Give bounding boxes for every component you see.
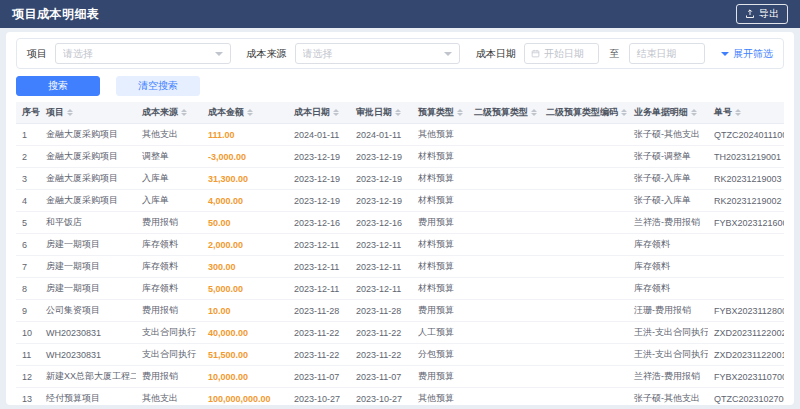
page-title: 项目成本明细表: [12, 6, 100, 23]
date-range-separator: 至: [609, 47, 619, 61]
sort-icon[interactable]: [333, 109, 339, 116]
column-header[interactable]: 项目: [40, 102, 136, 124]
table-cell: FYBX20231128001: [708, 300, 784, 322]
sort-icon[interactable]: [691, 109, 697, 116]
table-cell: [468, 344, 540, 366]
table-cell: [468, 234, 540, 256]
table-cell: [540, 344, 628, 366]
end-date-input[interactable]: 结束日期: [629, 43, 705, 64]
table-row[interactable]: 10WH20230831支出合同执行40,000.002023-11-22202…: [16, 322, 784, 344]
table-cell: 金融大厦采购项目: [40, 146, 136, 168]
column-header[interactable]: 成本日期: [288, 102, 350, 124]
date-filter-group: 成本日期 开始日期 至 结束日期: [476, 43, 705, 64]
table-row[interactable]: 9公司集资项目费用报销10.002023-11-282023-11-28费用预算…: [16, 300, 784, 322]
project-select[interactable]: 请选择: [55, 43, 231, 64]
sort-icon[interactable]: [531, 109, 537, 116]
column-header[interactable]: 单号: [708, 102, 784, 124]
sort-icon[interactable]: [395, 109, 401, 116]
main-content: 项目 请选择 成本来源 请选择 成本日期 开始日期 至 结束日期: [6, 32, 794, 405]
column-header[interactable]: 二级预算类型: [468, 102, 540, 124]
end-date-placeholder: 结束日期: [636, 47, 676, 61]
table-cell: 8: [16, 278, 40, 300]
column-header[interactable]: 成本来源: [136, 102, 202, 124]
source-filter-group: 成本来源 请选择: [247, 43, 460, 64]
table-cell: 31,300.00: [202, 168, 288, 190]
table-cell: 2023-12-19: [350, 168, 412, 190]
column-header[interactable]: 预算类型: [412, 102, 468, 124]
table-cell: 12: [16, 366, 40, 388]
table-cell: 2024-01-11: [288, 124, 350, 146]
table-cell: 张子硕-入库单: [628, 168, 708, 190]
table-row[interactable]: 5和平饭店费用报销50.002023-12-162023-12-16费用预算兰祥…: [16, 212, 784, 234]
table-cell: [708, 234, 784, 256]
table-cell: [540, 300, 628, 322]
cost-table: 序号项目成本来源成本金额成本日期审批日期预算类型二级预算类型二级预算类型编码业务…: [16, 102, 784, 405]
table-cell: 王洪-支出合同执行: [628, 344, 708, 366]
column-header-label: 项目: [46, 107, 64, 117]
clear-search-button[interactable]: 清空搜索: [116, 76, 200, 96]
sort-icon[interactable]: [247, 109, 253, 116]
column-header[interactable]: 审批日期: [350, 102, 412, 124]
table-cell: QTZC20240111001: [708, 124, 784, 146]
table-cell: 金融大厦采购项目: [40, 124, 136, 146]
table-cell: 库存领料: [628, 278, 708, 300]
table-cell: 汪珊-费用报销: [628, 300, 708, 322]
table-row[interactable]: 1金融大厦采购项目其他支出111.002024-01-112024-01-11其…: [16, 124, 784, 146]
column-header-label: 二级预算类型编码: [546, 107, 618, 117]
column-header-label: 成本金额: [208, 107, 244, 117]
column-header-label: 成本日期: [294, 107, 330, 117]
sort-icon[interactable]: [181, 109, 187, 116]
table-row[interactable]: 4金融大厦采购项目入库单4,000.002023-12-192023-12-19…: [16, 190, 784, 212]
column-header[interactable]: 成本金额: [202, 102, 288, 124]
chevron-down-icon: [721, 52, 729, 56]
table-cell: 入库单: [136, 190, 202, 212]
table-cell: 2023-11-22: [350, 322, 412, 344]
table-row[interactable]: 6房建一期项目库存领料2,000.002023-12-112023-12-11材…: [16, 234, 784, 256]
table-row[interactable]: 8房建一期项目库存领料5,000.002023-12-112023-12-11材…: [16, 278, 784, 300]
expand-filter-toggle[interactable]: 展开筛选: [721, 47, 773, 61]
table-cell: 材料预算: [412, 190, 468, 212]
table-cell: 材料预算: [412, 234, 468, 256]
table-cell: 2023-12-19: [288, 146, 350, 168]
table-cell: 3: [16, 168, 40, 190]
sort-icon[interactable]: [67, 109, 73, 116]
table-cell: [540, 190, 628, 212]
table-row[interactable]: 11WH20230831支出合同执行51,500.002023-11-22202…: [16, 344, 784, 366]
table-cell: [468, 388, 540, 406]
source-select-placeholder: 请选择: [303, 47, 333, 61]
table-cell: 支出合同执行: [136, 322, 202, 344]
sort-icon[interactable]: [621, 109, 627, 116]
table-cell: 人工预算: [412, 322, 468, 344]
source-select[interactable]: 请选择: [295, 43, 460, 64]
table-cell: [468, 366, 540, 388]
sort-icon[interactable]: [735, 109, 741, 116]
sort-icon[interactable]: [457, 109, 463, 116]
table-row[interactable]: 12新建XX总部大厦工程二期费用报销10,000.002023-11-07202…: [16, 366, 784, 388]
table-cell: [540, 124, 628, 146]
table-cell: 入库单: [136, 168, 202, 190]
column-header[interactable]: 业务单据明细: [628, 102, 708, 124]
table-row[interactable]: 13经付预算项目其他支出100,000,000.002023-10-272023…: [16, 388, 784, 406]
table-cell: 库存领料: [136, 278, 202, 300]
table-cell: 4: [16, 190, 40, 212]
table-row[interactable]: 7房建一期项目库存领料300.002023-12-112023-12-11材料预…: [16, 256, 784, 278]
table-header-row: 序号项目成本来源成本金额成本日期审批日期预算类型二级预算类型二级预算类型编码业务…: [16, 102, 784, 124]
column-header[interactable]: 二级预算类型编码: [540, 102, 628, 124]
start-date-input[interactable]: 开始日期: [524, 43, 600, 64]
table-row[interactable]: 3金融大厦采购项目入库单31,300.002023-12-192023-12-1…: [16, 168, 784, 190]
search-button[interactable]: 搜索: [16, 76, 100, 96]
table-cell: 4,000.00: [202, 190, 288, 212]
table-cell: [540, 234, 628, 256]
table-cell: 2023-12-11: [288, 234, 350, 256]
table-cell: 新建XX总部大厦工程二期: [40, 366, 136, 388]
table-cell: 5: [16, 212, 40, 234]
table-cell: 房建一期项目: [40, 234, 136, 256]
table-cell: 材料预算: [412, 146, 468, 168]
column-header-label: 业务单据明细: [634, 107, 688, 117]
table-cell: 公司集资项目: [40, 300, 136, 322]
table-cell: [540, 322, 628, 344]
table-row[interactable]: 2金融大厦采购项目调整单-3,000.002023-12-192023-12-1…: [16, 146, 784, 168]
export-button[interactable]: 导出: [736, 4, 788, 24]
table-cell: 2023-12-19: [350, 146, 412, 168]
expand-filter-label: 展开筛选: [733, 47, 773, 61]
